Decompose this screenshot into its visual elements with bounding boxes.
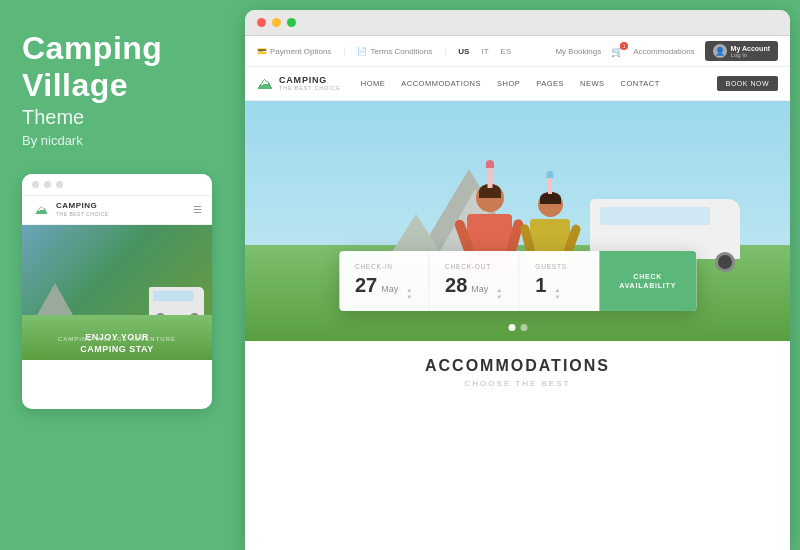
dot-1 [32, 181, 39, 188]
left-panel: Camping Village Theme By nicdark ⛰ CAMPI… [0, 0, 245, 550]
nav-home[interactable]: HOME [361, 79, 386, 88]
guests-up-arrow[interactable]: ▲ [554, 287, 560, 293]
browser-dot-red[interactable] [257, 18, 266, 27]
main-navigation: ⛰ CAMPING THE BEST CHOICE HOME ACCOMMODA… [245, 67, 790, 101]
nav-shop[interactable]: SHOP [497, 79, 520, 88]
nav-logo[interactable]: ⛰ CAMPING THE BEST CHOICE [257, 75, 341, 93]
theme-author: By nicdark [22, 133, 223, 148]
guests-field[interactable]: GUESTS 1 ▲ ▼ [519, 253, 599, 310]
checkin-arrows[interactable]: ▲ ▼ [406, 287, 412, 300]
checkout-up-arrow[interactable]: ▲ [496, 287, 502, 293]
accommodations-section: ACCOMMODATIONS CHOOSE THE BEST [245, 341, 790, 398]
checkin-field[interactable]: CHECK-IN 27 May ▲ ▼ [339, 253, 429, 310]
slide-dot-2[interactable] [520, 324, 527, 331]
theme-subtitle: Theme [22, 106, 223, 129]
checkin-value: 27 May ▲ ▼ [355, 274, 412, 300]
guests-label: GUESTS [535, 263, 583, 270]
terms-conditions[interactable]: 📄 Terms Conditions [357, 47, 432, 56]
checkout-arrows[interactable]: ▲ ▼ [496, 287, 502, 300]
utility-bar: 💳 Payment Options | 📄 Terms Conditions |… [245, 36, 790, 67]
checkout-field[interactable]: CHECK-OUT 28 May ▲ ▼ [429, 253, 519, 310]
checkout-down-arrow[interactable]: ▼ [496, 294, 502, 300]
lang-us[interactable]: US [458, 47, 469, 56]
book-now-button[interactable]: BOOK NOW [717, 76, 778, 91]
nav-logo-text: CAMPING [279, 76, 341, 85]
check-availability-button[interactable]: CHECK AVAILABILITY [599, 251, 696, 311]
my-bookings-link[interactable]: My Bookings [555, 47, 601, 56]
cart-badge: 1 [620, 42, 628, 50]
doc-icon: 📄 [357, 47, 367, 56]
lang-it[interactable]: IT [481, 47, 488, 56]
hero-section: CHECK-IN 27 May ▲ ▼ CHECK-OUT 28 May [245, 101, 790, 341]
account-button[interactable]: 👤 My Account Log In [705, 41, 778, 61]
lang-es[interactable]: ES [501, 47, 512, 56]
account-avatar: 👤 [713, 44, 727, 58]
mobile-hamburger-icon[interactable]: ☰ [193, 204, 202, 215]
mobile-nav: ⛰ CAMPING THE BEST CHOICE ☰ [22, 196, 212, 225]
nav-links: HOME ACCOMMODATIONS SHOP PAGES NEWS CONT… [361, 79, 717, 88]
mobile-preview-card: ⛰ CAMPING THE BEST CHOICE ☰ CAMPING VILL… [22, 174, 212, 409]
theme-title: Camping Village [22, 30, 223, 104]
rv-body [590, 199, 740, 259]
browser-window: 💳 Payment Options | 📄 Terms Conditions |… [245, 10, 790, 550]
checkin-label: CHECK-IN [355, 263, 412, 270]
mobile-logo-icon: ⛰ [32, 201, 50, 219]
checkin-up-arrow[interactable]: ▲ [406, 287, 412, 293]
dot-2 [44, 181, 51, 188]
utility-right: My Bookings 🛒 1 Accommodations 👤 My Acco… [555, 41, 778, 61]
mobile-hero: CAMPING VILLAGE ADVENTURE ENJOY YOUR CAM… [22, 225, 212, 360]
nav-pages[interactable]: PAGES [536, 79, 564, 88]
mobile-rv [149, 287, 204, 315]
browser-dot-green[interactable] [287, 18, 296, 27]
payment-options[interactable]: 💳 Payment Options [257, 47, 331, 56]
booking-widget: CHECK-IN 27 May ▲ ▼ CHECK-OUT 28 May [339, 251, 696, 311]
nav-contact[interactable]: CONTACT [621, 79, 660, 88]
mobile-mountain [37, 283, 73, 315]
mobile-logo-text: CAMPING [56, 202, 109, 211]
credit-card-icon: 💳 [257, 47, 267, 56]
browser-chrome [245, 10, 790, 36]
guests-value: 1 ▲ ▼ [535, 274, 583, 300]
guests-arrows[interactable]: ▲ ▼ [554, 287, 560, 300]
accommodations-link[interactable]: Accommodations [633, 47, 694, 56]
cart-icon[interactable]: 🛒 1 [611, 46, 623, 57]
nav-accommodations[interactable]: ACCOMMODATIONS [401, 79, 481, 88]
section-subtitle: CHOOSE THE BEST [265, 379, 770, 388]
checkin-down-arrow[interactable]: ▼ [406, 294, 412, 300]
website-content: 💳 Payment Options | 📄 Terms Conditions |… [245, 36, 790, 550]
dot-3 [56, 181, 63, 188]
slide-dot-1[interactable] [508, 324, 515, 331]
section-title: ACCOMMODATIONS [265, 357, 770, 375]
nav-news[interactable]: NEWS [580, 79, 605, 88]
mobile-logo-sub: THE BEST CHOICE [56, 211, 109, 217]
mobile-headline: ENJOY YOUR CAMPING STAY [22, 332, 212, 355]
nav-logo-sub: THE BEST CHOICE [279, 85, 341, 91]
rv-wheel-right [715, 252, 735, 272]
checkout-label: CHECK-OUT [445, 263, 502, 270]
guests-down-arrow[interactable]: ▼ [554, 294, 560, 300]
mobile-topbar [22, 174, 212, 196]
browser-dot-yellow[interactable] [272, 18, 281, 27]
hero-slide-dots [508, 324, 527, 331]
checkout-value: 28 May ▲ ▼ [445, 274, 502, 300]
mountain-icon: ⛰ [257, 75, 273, 93]
